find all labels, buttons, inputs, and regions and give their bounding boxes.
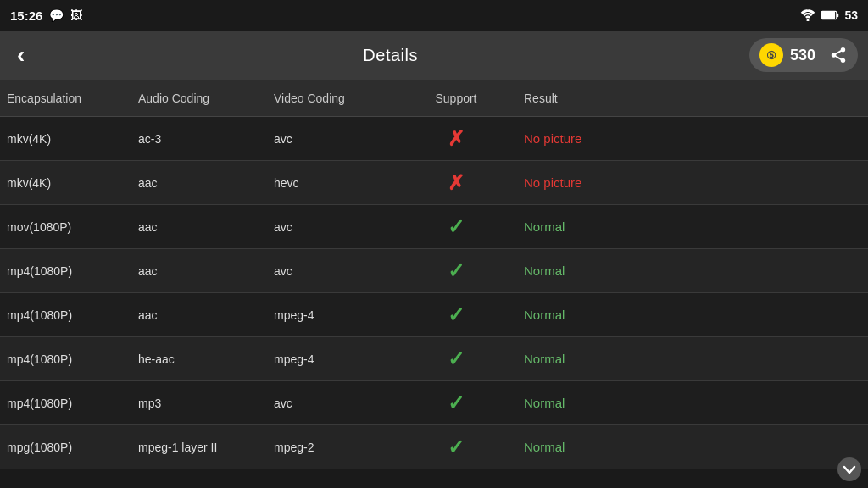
- check-icon: ✓: [448, 215, 465, 239]
- table-row: mpg(1080P) mpeg-1 layer II mpeg-2 ✓ Norm…: [0, 425, 868, 469]
- check-icon: ✓: [448, 259, 465, 283]
- toolbar-coins-area: ⑤ 530: [749, 38, 858, 72]
- col-header-video: Video Coding: [274, 92, 405, 105]
- battery-icon: [821, 10, 839, 20]
- cell-support: ✓: [405, 303, 507, 327]
- svg-rect-2: [837, 14, 838, 18]
- cell-audio: he-aac: [138, 352, 274, 366]
- cell-audio: ac-3: [138, 132, 274, 146]
- cell-result: Normal: [507, 396, 861, 410]
- coin-badge-icon: ⑤: [760, 43, 783, 67]
- status-bar: 15:26 💬 🖼 53: [0, 0, 868, 30]
- cell-encapsulation: mov(1080P): [7, 220, 138, 234]
- cell-result: Normal: [507, 263, 861, 278]
- col-header-result: Result: [507, 92, 861, 105]
- cell-support: ✓: [405, 347, 507, 371]
- cell-encapsulation: mp4(1080P): [7, 352, 138, 366]
- share-icon[interactable]: [829, 47, 848, 64]
- check-icon: ✓: [448, 391, 465, 415]
- message-icon: 💬: [49, 8, 64, 22]
- table-row: mkv(4K) aac hevc ✗ No picture: [0, 161, 868, 205]
- cell-result: Normal: [507, 219, 861, 234]
- cell-support: ✓: [405, 215, 507, 239]
- cell-audio: aac: [138, 176, 274, 190]
- cell-result: Normal: [507, 352, 861, 366]
- table-row: mp4(1080P) he-aac mpeg-4 ✓ Normal: [0, 337, 868, 381]
- svg-point-0: [807, 19, 810, 22]
- image-icon: 🖼: [70, 8, 82, 22]
- table-row: mkv(4K) ac-3 avc ✗ No picture: [0, 117, 868, 161]
- cell-video: avc: [274, 132, 405, 146]
- cell-audio: aac: [138, 220, 274, 234]
- cell-encapsulation: mp4(1080P): [7, 264, 138, 278]
- cell-support: ✗: [405, 171, 507, 195]
- toolbar: ‹ Details ⑤ 530: [0, 30, 868, 80]
- svg-rect-3: [822, 12, 835, 19]
- status-bar-left: 15:26 💬 🖼: [10, 8, 82, 23]
- col-header-encapsulation: Encapsulation: [7, 92, 138, 105]
- cell-video: mpeg-4: [274, 308, 405, 322]
- cell-video: hevc: [274, 176, 405, 190]
- check-icon: ✓: [448, 303, 465, 327]
- table-row: mov(1080P) aac avc ✓ Normal: [0, 205, 868, 249]
- cell-encapsulation: mkv(4K): [7, 176, 138, 190]
- cell-encapsulation: mp4(1080P): [7, 396, 138, 410]
- cell-result: Normal: [507, 440, 861, 454]
- cell-audio: mp3: [138, 396, 274, 410]
- cell-result: No picture: [507, 131, 861, 146]
- table-row: mp4(1080P) aac avc ✓ Normal: [0, 249, 868, 293]
- col-header-support: Support: [405, 92, 507, 105]
- coin-count: 530: [790, 47, 815, 64]
- check-icon: ✓: [448, 435, 465, 459]
- cross-icon: ✗: [448, 127, 465, 151]
- page-title: Details: [42, 46, 739, 65]
- cell-audio: aac: [138, 264, 274, 278]
- battery-level: 53: [844, 8, 858, 22]
- cell-support: ✓: [405, 259, 507, 283]
- coin-badge-label: ⑤: [766, 49, 776, 62]
- status-time: 15:26: [10, 8, 42, 23]
- cell-support: ✗: [405, 127, 507, 151]
- cell-video: avc: [274, 396, 405, 410]
- cell-encapsulation: mpg(1080P): [7, 441, 138, 454]
- wifi-icon: [800, 9, 815, 21]
- cell-support: ✓: [405, 391, 507, 415]
- cell-audio: mpeg-1 layer II: [138, 441, 274, 454]
- back-button[interactable]: ‹: [10, 40, 31, 70]
- cell-video: mpeg-2: [274, 441, 405, 454]
- table-row: mp4(1080P) mp3 avc ✓ Normal: [0, 381, 868, 425]
- svg-line-8: [834, 55, 843, 60]
- cell-result: No picture: [507, 175, 861, 190]
- cell-encapsulation: mkv(4K): [7, 132, 138, 146]
- svg-line-7: [834, 50, 843, 55]
- table-row: mp4(1080P) aac mpeg-4 ✓ Normal: [0, 293, 868, 337]
- cross-icon: ✗: [448, 171, 465, 195]
- cell-video: avc: [274, 220, 405, 234]
- cell-audio: aac: [138, 308, 274, 322]
- cell-video: avc: [274, 264, 405, 278]
- check-icon: ✓: [448, 347, 465, 371]
- table-header-row: Encapsulation Audio Coding Video Coding …: [0, 80, 868, 117]
- scroll-down-indicator[interactable]: [837, 458, 861, 481]
- cell-result: Normal: [507, 308, 861, 322]
- cell-encapsulation: mp4(1080P): [7, 308, 138, 322]
- cell-video: mpeg-4: [274, 352, 405, 366]
- cell-support: ✓: [405, 435, 507, 459]
- table-body: mkv(4K) ac-3 avc ✗ No picture mkv(4K) aa…: [0, 117, 868, 469]
- col-header-audio: Audio Coding: [138, 92, 274, 105]
- status-bar-right: 53: [800, 8, 858, 22]
